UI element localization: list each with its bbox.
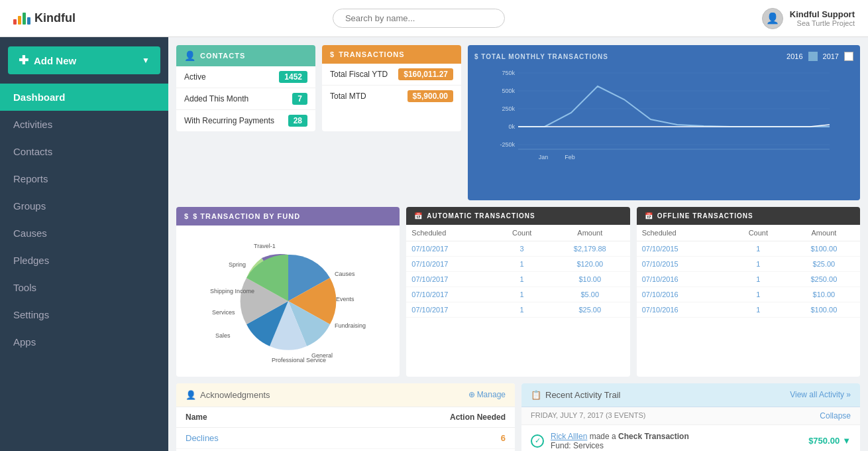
auto-amount: $2,179.88 [550,241,630,256]
add-new-button[interactable]: ✚ Add New ▼ [8,46,160,74]
contacts-recurring-label: With Recurring Payments [184,116,274,125]
svg-text:Feb: Feb [565,154,575,161]
activity-user-link[interactable]: Rick Alllen [551,432,587,441]
transactions-header-label: TRANSACTIONS [339,50,404,58]
search-input[interactable] [333,9,505,28]
sidebar-item-settings[interactable]: Settings [0,301,168,328]
chevron-down-icon: ▼ [142,56,150,65]
auto-scheduled: 07/10/2017 [406,302,494,317]
manage-link[interactable]: ⊕ Manage [468,390,506,399]
legend-item-2017 [844,52,853,61]
fund-body: Causes Events Fundraising General Profes… [176,226,400,377]
auto-count: 1 [494,256,550,271]
sidebar-item-reports[interactable]: Reports [0,165,168,192]
main-content: 👤 CONTACTS Active 1452 Added This Month … [168,37,868,451]
table-row: 07/10/2017 1 $25.00 [406,302,629,317]
monthly-chart-card: $ TOTAL MONTHLY TRANSACTIONS 2016 2017 [468,45,860,200]
auto-transactions-card: 📅 AUTOMATIC TRANSACTIONS Scheduled Count… [406,207,629,377]
offline-table: Scheduled Count Amount 07/10/2015 1 $100… [637,225,860,318]
logo: Kindful [13,11,76,25]
middle-grid: $ $ TRANSACTION BY FUND [176,207,860,377]
transactions-mtd-value: $5,900.00 [407,90,453,102]
table-row: 07/10/2015 1 $100.00 [637,241,860,256]
table-row: 07/10/2016 1 $250.00 [637,271,860,287]
legend-year1: 2016 [787,52,802,60]
sidebar-item-tools[interactable]: Tools [0,274,168,301]
sidebar-item-dashboard[interactable]: Dashboard [0,84,168,111]
contacts-active-badge: 1452 [279,71,307,83]
offline-scheduled: 07/10/2016 [637,287,729,302]
header: Kindful 👤 Kindful Support Sea Turtle Pro… [0,0,868,37]
table-row: 07/10/2017 1 $5.00 [406,287,629,302]
bottom-row: 👤 Acknowledgments ⊕ Manage Name Action N… [176,383,860,452]
auto-count: 3 [494,241,550,256]
transactions-ytd-value: $160,011.27 [398,68,453,80]
chart-area: 750k 500k 250k 0k -250k Jan Feb [474,66,853,169]
person-icon: 👤 [184,50,196,61]
contacts-recurring-badge: 28 [288,115,307,127]
auto-amount: $5.00 [550,287,630,302]
view-all-link[interactable]: View all Activity » [790,390,851,399]
ack-row-declines: Declines 6 [176,428,515,449]
activity-card: 📋 Recent Activity Trail View all Activit… [521,383,860,452]
top-grid: 👤 CONTACTS Active 1452 Added This Month … [176,45,860,200]
ack-declines-link[interactable]: Declines [186,433,219,443]
offline-scheduled: 07/10/2016 [637,271,729,287]
fund-card: $ $ TRANSACTION BY FUND [176,207,400,377]
user-text: Kindful Support Sea Turtle Project [790,9,855,27]
offline-amount: $100.00 [788,302,860,317]
svg-text:Events: Events [336,296,354,302]
transactions-card: $ TRANSACTIONS Total Fiscal YTD $160,011… [322,45,461,131]
transactions-row-mtd: Total MTD $5,900.00 [322,86,461,107]
table-row: 07/10/2017 3 $2,179.88 [406,241,629,256]
collapse-link[interactable]: Collapse [820,411,851,420]
offline-scheduled: 07/10/2016 [637,302,729,317]
contacts-row-added: Added This Month 7 [176,88,315,110]
sidebar-item-causes[interactable]: Causes [0,220,168,247]
auto-count: 1 [494,287,550,302]
sidebar: ✚ Add New ▼ Dashboard Activities Contact… [0,37,168,451]
fund-dollar-icon: $ [184,212,189,220]
fund-header: $ $ TRANSACTION BY FUND [176,207,400,226]
ack-title: 👤 Acknowledgments [186,390,270,400]
sidebar-item-activities[interactable]: Activities [0,111,168,138]
chart-legend: 2016 2017 [787,52,853,61]
offline-amount: $25.00 [788,256,860,271]
offline-count: 1 [729,256,788,271]
activity-amount: $750.00 ▼ [808,436,851,446]
acknowledgments-card: 👤 Acknowledgments ⊕ Manage Name Action N… [176,383,515,452]
sidebar-item-pledges[interactable]: Pledges [0,247,168,274]
sidebar-item-contacts[interactable]: Contacts [0,138,168,165]
layout: ✚ Add New ▼ Dashboard Activities Contact… [0,37,868,451]
svg-text:Fundraising: Fundraising [335,322,366,329]
auto-amount: $120.00 [550,256,630,271]
plus-icon: ✚ [19,53,28,68]
person-icon-ack: 👤 [186,390,196,400]
contacts-active-label: Active [184,72,206,82]
activity-title: 📋 Recent Activity Trail [531,390,620,400]
sidebar-item-groups[interactable]: Groups [0,192,168,220]
auto-scheduled: 07/10/2017 [406,271,494,287]
table-row: 07/10/2017 1 $120.00 [406,256,629,271]
user-project: Sea Turtle Project [790,19,855,27]
chart-svg: 750k 500k 250k 0k -250k Jan Feb [474,66,853,169]
contacts-card: 👤 CONTACTS Active 1452 Added This Month … [176,45,315,131]
ack-declines-count: 6 [501,433,506,443]
contacts-row-recurring: With Recurring Payments 28 [176,110,315,131]
svg-text:Spring: Spring [229,261,246,268]
auto-count: 1 [494,271,550,287]
table-row: 07/10/2016 1 $100.00 [637,302,860,317]
ack-title-label: Acknowledgments [200,390,270,400]
add-new-label: Add New [34,55,76,66]
svg-text:750k: 750k [502,70,515,76]
auto-scheduled: 07/10/2017 [406,287,494,302]
offline-col-count: Count [729,225,788,241]
contacts-added-label: Added This Month [184,94,248,103]
ack-header: 👤 Acknowledgments ⊕ Manage [176,383,515,407]
offline-scheduled: 07/10/2015 [637,241,729,256]
sidebar-item-apps[interactable]: Apps [0,328,168,355]
ack-col-name: Name [186,413,207,422]
svg-text:Services: Services [212,309,235,316]
contacts-header-label: CONTACTS [200,52,245,60]
offline-header: 📅 OFFLINE TRANSACTIONS [637,207,860,225]
